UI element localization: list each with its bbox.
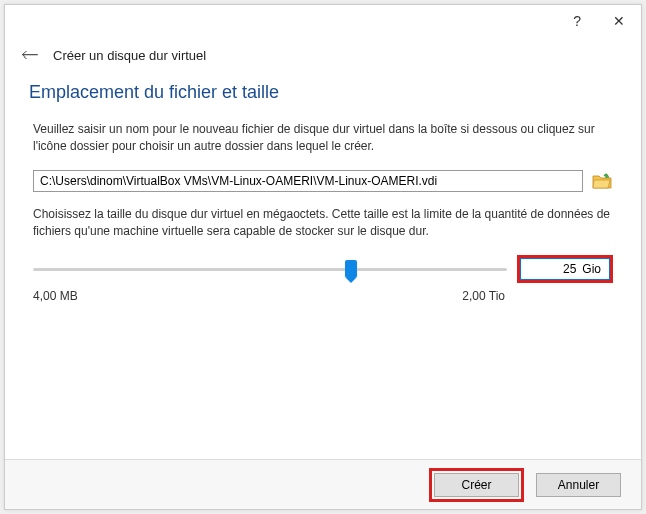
header-row: 🡐 Créer un disque dur virtuel [5,37,641,82]
slider-rail [33,268,507,271]
create-button-highlight: Créer [429,468,524,502]
path-input[interactable] [33,170,583,192]
content-area: Emplacement du fichier et taille Veuille… [5,82,641,459]
description-size: Choisissez la taille du disque dur virtu… [29,206,617,241]
help-icon[interactable]: ? [565,9,589,33]
size-unit-label: Gio [580,258,610,280]
size-slider[interactable] [33,259,507,279]
description-path: Veuillez saisir un nom pour le nouveau f… [29,121,617,156]
footer: Créer Annuler [5,459,641,509]
page-title: Créer un disque dur virtuel [53,48,206,63]
back-arrow-icon[interactable]: 🡐 [21,45,39,66]
slider-labels: 4,00 MB 2,00 Tio [29,289,509,303]
slider-row: Gio [29,255,617,283]
size-value-highlight: Gio [517,255,613,283]
cancel-button[interactable]: Annuler [536,473,621,497]
titlebar: ? ✕ [5,5,641,37]
create-button[interactable]: Créer [434,473,519,497]
dialog-window: ? ✕ 🡐 Créer un disque dur virtuel Emplac… [4,4,642,510]
slider-max-label: 2,00 Tio [462,289,505,303]
close-icon[interactable]: ✕ [605,9,633,33]
slider-min-label: 4,00 MB [33,289,78,303]
size-input[interactable] [520,258,580,280]
section-heading: Emplacement du fichier et taille [29,82,617,103]
slider-thumb[interactable] [345,260,357,278]
folder-browse-icon[interactable] [591,171,613,191]
path-row [29,170,617,192]
